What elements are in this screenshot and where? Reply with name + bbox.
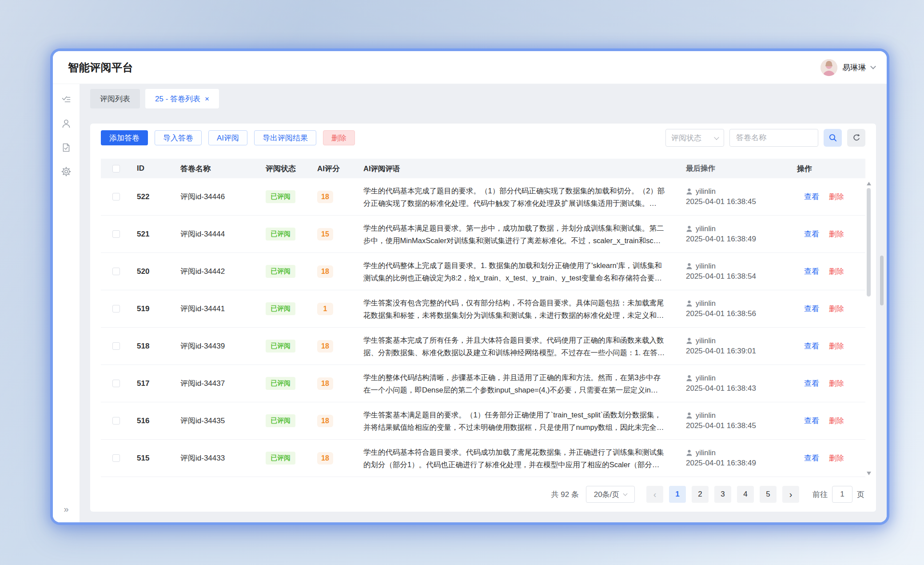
answer-name-input[interactable] bbox=[729, 129, 818, 147]
row-id: 522 bbox=[125, 192, 180, 201]
window-scrollbar-thumb[interactable] bbox=[880, 256, 884, 305]
delete-link[interactable]: 删除 bbox=[829, 378, 844, 389]
ai-review-button[interactable]: AI评阅 bbox=[208, 130, 247, 145]
header-actions: 操作 bbox=[797, 164, 865, 174]
user-name: 易琳琳 bbox=[842, 62, 866, 73]
chevron-down-icon bbox=[623, 492, 628, 496]
row-comment: 学生的代码基本完成了题目的要求。（1）部分代码正确实现了数据集的加载和切分。（2… bbox=[363, 184, 686, 209]
page-button-2[interactable]: 2 bbox=[692, 486, 709, 503]
row-checkbox[interactable] bbox=[112, 454, 120, 462]
row-checkbox[interactable] bbox=[112, 305, 120, 313]
operator-name: yilinlin bbox=[696, 187, 716, 196]
row-checkbox[interactable] bbox=[112, 417, 120, 425]
operator-name: yilinlin bbox=[696, 374, 716, 382]
select-all-checkbox[interactable] bbox=[112, 165, 120, 172]
page-button-3[interactable]: 3 bbox=[714, 486, 731, 503]
header-score: AI评分 bbox=[317, 164, 363, 174]
import-answer-button[interactable]: 导入答卷 bbox=[155, 130, 202, 145]
refresh-button[interactable] bbox=[847, 129, 865, 147]
row-id: 519 bbox=[125, 305, 180, 313]
review-status-select[interactable]: 评阅状态 bbox=[665, 129, 724, 147]
delete-button[interactable]: 删除 bbox=[323, 130, 355, 145]
tab-close-icon[interactable]: × bbox=[205, 95, 209, 103]
row-checkbox[interactable] bbox=[112, 268, 120, 275]
add-answer-button[interactable]: 添加答卷 bbox=[101, 130, 148, 145]
status-badge: 已评阅 bbox=[266, 265, 295, 278]
sidebar-item-review-checklist-icon[interactable] bbox=[61, 94, 72, 105]
status-badge: 已评阅 bbox=[266, 414, 295, 427]
sidebar-item-settings-gear-icon[interactable] bbox=[61, 166, 72, 177]
table-row: 515 评阅id-34433 已评阅 18 学生的代码基本符合题目要求。代码成功… bbox=[101, 440, 865, 477]
sidebar: » bbox=[53, 84, 80, 522]
export-results-button[interactable]: 导出评阅结果 bbox=[254, 130, 316, 145]
pagination: 共 92 条 20条/页 ‹ 12345 › 前往 bbox=[101, 477, 865, 512]
operation-time: 2025-04-01 16:38:49 bbox=[686, 459, 797, 468]
next-page-button[interactable]: › bbox=[782, 486, 799, 503]
operation-time: 2025-04-01 16:39:01 bbox=[686, 347, 797, 356]
delete-link[interactable]: 删除 bbox=[829, 266, 844, 276]
user-menu[interactable]: 易琳琳 bbox=[820, 59, 875, 76]
delete-link[interactable]: 删除 bbox=[829, 192, 844, 202]
view-link[interactable]: 查看 bbox=[804, 378, 819, 389]
row-name: 评阅id-34437 bbox=[180, 378, 266, 389]
answer-list-panel: 添加答卷 导入答卷 AI评阅 导出评阅结果 删除 评阅状态 bbox=[90, 124, 876, 512]
view-link[interactable]: 查看 bbox=[804, 341, 819, 351]
search-button[interactable] bbox=[824, 129, 842, 147]
delete-link[interactable]: 删除 bbox=[829, 304, 844, 314]
operation-time: 2025-04-01 16:38:45 bbox=[686, 421, 797, 430]
tab-answer-list[interactable]: 25 - 答卷列表 × bbox=[145, 89, 219, 108]
sidebar-item-document-check-icon[interactable] bbox=[61, 142, 72, 153]
row-last-operation: yilinlin 2025-04-01 16:38:43 bbox=[686, 374, 797, 393]
row-comment: 学生答案基本完成了所有任务，并且大体符合题目要求。代码使用了正确的库和函数来载入… bbox=[363, 334, 686, 359]
operator-name: yilinlin bbox=[696, 299, 716, 308]
page-title: 智能评阅平台 bbox=[68, 60, 133, 75]
score-badge: 18 bbox=[317, 265, 333, 278]
status-badge: 已评阅 bbox=[266, 340, 295, 353]
search-icon bbox=[828, 133, 837, 142]
view-link[interactable]: 查看 bbox=[804, 304, 819, 314]
user-icon bbox=[686, 337, 693, 344]
header-status: 评阅状态 bbox=[266, 164, 317, 174]
operator-name: yilinlin bbox=[696, 262, 716, 270]
status-badge: 已评阅 bbox=[266, 190, 295, 203]
goto-page-input[interactable] bbox=[832, 486, 852, 503]
page-button-4[interactable]: 4 bbox=[737, 486, 754, 503]
view-link[interactable]: 查看 bbox=[804, 266, 819, 276]
view-link[interactable]: 查看 bbox=[804, 416, 819, 426]
avatar[interactable] bbox=[820, 59, 837, 76]
row-checkbox[interactable] bbox=[112, 230, 120, 238]
operator-name: yilinlin bbox=[696, 449, 716, 457]
table-row: 519 评阅id-34441 已评阅 1 学生答案没有包含完整的代码，仅有部分结… bbox=[101, 290, 865, 328]
window-header: 智能评阅平台 易琳琳 bbox=[53, 51, 887, 84]
page-unit-label: 页 bbox=[857, 489, 864, 500]
header-id: ID bbox=[125, 164, 180, 173]
row-checkbox[interactable] bbox=[112, 342, 120, 350]
delete-link[interactable]: 删除 bbox=[829, 229, 844, 239]
delete-link[interactable]: 删除 bbox=[829, 453, 844, 463]
delete-link[interactable]: 删除 bbox=[829, 416, 844, 426]
page-size-select[interactable]: 20条/页 bbox=[586, 486, 635, 503]
scrollbar-thumb[interactable] bbox=[867, 188, 871, 297]
row-checkbox[interactable] bbox=[112, 380, 120, 387]
sidebar-item-user-icon[interactable] bbox=[61, 118, 72, 129]
delete-link[interactable]: 删除 bbox=[829, 341, 844, 351]
score-badge: 15 bbox=[317, 228, 333, 240]
status-badge: 已评阅 bbox=[266, 228, 295, 240]
tab-label: 评阅列表 bbox=[100, 94, 130, 104]
tab-review-list[interactable]: 评阅列表 bbox=[90, 89, 140, 108]
row-comment: 学生的整体代码结构清晰，步骤基本正确，并且适用了正确的库和方法。然而，在第3步中… bbox=[363, 371, 686, 396]
prev-page-button[interactable]: ‹ bbox=[646, 486, 663, 503]
view-link[interactable]: 查看 bbox=[804, 453, 819, 463]
page-button-1[interactable]: 1 bbox=[669, 486, 686, 503]
page-button-5[interactable]: 5 bbox=[760, 486, 777, 503]
row-comment: 学生的代码基本满足题目要求。第一步中，成功加载了数据，并划分成训练集和测试集。第… bbox=[363, 222, 686, 247]
view-link[interactable]: 查看 bbox=[804, 229, 819, 239]
chevron-down-icon bbox=[714, 135, 719, 140]
table-scrollbar[interactable] bbox=[866, 178, 872, 477]
view-link[interactable]: 查看 bbox=[804, 192, 819, 202]
table-row: 521 评阅id-34444 已评阅 15 学生的代码基本满足题目要求。第一步中… bbox=[101, 216, 865, 253]
row-checkbox[interactable] bbox=[112, 193, 120, 200]
scroll-up-icon[interactable] bbox=[867, 182, 871, 185]
sidebar-collapse-icon[interactable]: » bbox=[64, 504, 68, 514]
scroll-down-icon[interactable] bbox=[867, 472, 871, 475]
